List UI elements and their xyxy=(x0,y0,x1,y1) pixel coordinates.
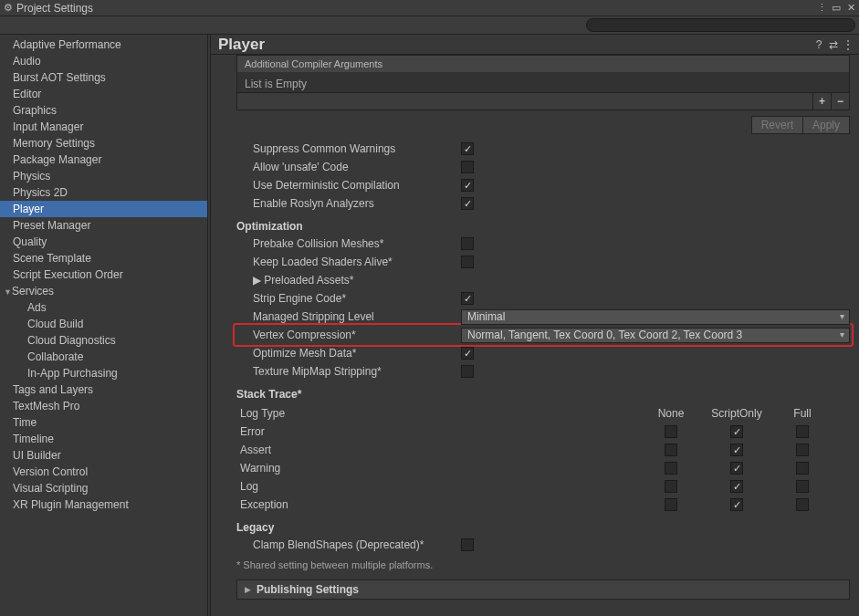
sidebar-item-memory-settings[interactable]: Memory Settings xyxy=(0,135,207,151)
label: Prebake Collision Meshes* xyxy=(236,237,461,250)
checkbox-prebake[interactable] xyxy=(461,237,474,250)
minimize-icon[interactable]: ▭ xyxy=(830,2,843,14)
menu-icon[interactable]: ⋮ xyxy=(815,2,828,14)
sidebar-item-xr-plugin-management[interactable]: XR Plugin Management xyxy=(0,496,207,513)
stack-row-label: Error xyxy=(236,425,638,438)
sidebar-item-ads[interactable]: Ads xyxy=(0,299,207,316)
checkbox-stack-exception-none[interactable] xyxy=(665,498,677,511)
prop-preloaded[interactable]: ▶ Preloaded Assets* xyxy=(236,271,850,289)
sidebar-item-tags-and-layers[interactable]: Tags and Layers xyxy=(0,381,207,398)
sidebar-item-label: Cloud Build xyxy=(27,318,83,330)
checkbox-stack-warning-full[interactable] xyxy=(796,462,809,475)
page-title: Player xyxy=(218,36,812,54)
sidebar-item-collaborate[interactable]: Collaborate xyxy=(0,349,207,365)
sidebar-item-quality[interactable]: Quality xyxy=(0,234,207,250)
sidebar-item-physics[interactable]: Physics xyxy=(0,168,207,184)
sidebar-item-services[interactable]: ▼Services xyxy=(0,283,207,299)
chevron-right-icon: ▶ xyxy=(245,585,251,594)
checkbox-deterministic[interactable] xyxy=(461,179,474,192)
checkbox-stack-error-full[interactable] xyxy=(796,425,809,438)
sidebar-item-label: Audio xyxy=(13,55,41,68)
sidebar-item-label: Time xyxy=(13,416,37,429)
help-icon[interactable]: ? xyxy=(812,38,826,51)
checkbox-stack-log-full[interactable] xyxy=(796,480,809,493)
search-input[interactable] xyxy=(586,18,855,32)
prop-keep-shaders: Keep Loaded Shaders Alive* xyxy=(236,253,850,271)
checkbox-clamp-blendshapes[interactable] xyxy=(461,538,474,551)
col-none: None xyxy=(638,407,704,420)
sidebar-item-scene-template[interactable]: Scene Template xyxy=(0,250,207,266)
checkbox-stack-assert-none[interactable] xyxy=(665,444,677,456)
presets-icon[interactable]: ⇄ xyxy=(826,38,841,51)
sidebar-item-cloud-diagnostics[interactable]: Cloud Diagnostics xyxy=(0,332,207,349)
checkbox-strip-engine[interactable] xyxy=(461,292,474,305)
sidebar-item-time[interactable]: Time xyxy=(0,414,207,431)
col-full: Full xyxy=(770,407,835,420)
revert-button[interactable]: Revert xyxy=(751,116,803,134)
stack-trace-header-row: Log Type None ScriptOnly Full xyxy=(236,404,850,423)
checkbox-stack-warning-none[interactable] xyxy=(665,462,677,475)
sidebar-item-in-app-purchasing[interactable]: In-App Purchasing xyxy=(0,365,207,381)
sidebar-item-package-manager[interactable]: Package Manager xyxy=(0,151,207,168)
checkbox-stack-log-scriptonly[interactable] xyxy=(730,480,743,493)
stack-row-label: Warning xyxy=(236,462,638,475)
prop-prebake: Prebake Collision Meshes* xyxy=(236,235,850,253)
checkbox-stack-log-none[interactable] xyxy=(665,480,677,493)
sidebar-item-version-control[interactable]: Version Control xyxy=(0,464,207,480)
sidebar-item-player[interactable]: Player xyxy=(0,201,207,217)
checkbox-allow-unsafe[interactable] xyxy=(461,161,474,173)
sidebar-item-label: In-App Purchasing xyxy=(27,367,118,380)
sidebar-item-label: Version Control xyxy=(13,465,88,478)
gear-icon: ⚙ xyxy=(4,2,13,14)
sidebar-item-graphics[interactable]: Graphics xyxy=(0,102,207,119)
checkbox-stack-error-none[interactable] xyxy=(665,425,677,438)
checkbox-stack-assert-full[interactable] xyxy=(796,444,809,456)
log-type-header: Log Type xyxy=(236,407,638,420)
label: Enable Roslyn Analyzers xyxy=(236,197,461,210)
checkbox-texture-mipmap[interactable] xyxy=(461,365,474,378)
sidebar-item-burst-aot-settings[interactable]: Burst AOT Settings xyxy=(0,69,207,86)
apply-button[interactable]: Apply xyxy=(803,116,850,134)
sidebar-item-physics-2d[interactable]: Physics 2D xyxy=(0,184,207,201)
sidebar-item-timeline[interactable]: Timeline xyxy=(0,431,207,447)
list-buttons: + − xyxy=(236,93,850,110)
sidebar-item-label: TextMesh Pro xyxy=(13,400,79,412)
sidebar-item-cloud-build[interactable]: Cloud Build xyxy=(0,316,207,332)
checkbox-roslyn[interactable] xyxy=(461,197,474,210)
sidebar-item-label: Adaptive Performance xyxy=(13,38,121,51)
settings-sidebar: Adaptive PerformanceAudioBurst AOT Setti… xyxy=(0,35,207,616)
sidebar-item-input-manager[interactable]: Input Manager xyxy=(0,119,207,135)
col-scriptonly: ScriptOnly xyxy=(704,407,770,420)
toolbar xyxy=(0,16,859,35)
content-area: Player ? ⇄ ⋮ Additional Compiler Argumen… xyxy=(211,35,859,616)
checkbox-keep-shaders[interactable] xyxy=(461,256,474,268)
dropdown-vertex-compression[interactable]: Normal, Tangent, Tex Coord 0, Tex Coord … xyxy=(461,328,850,343)
dropdown-stripping-level[interactable]: Minimal xyxy=(461,309,850,325)
sidebar-item-adaptive-performance[interactable]: Adaptive Performance xyxy=(0,37,207,53)
checkbox-stack-warning-scriptonly[interactable] xyxy=(730,462,743,475)
checkbox-stack-exception-scriptonly[interactable] xyxy=(730,498,743,511)
sidebar-item-preset-manager[interactable]: Preset Manager xyxy=(0,217,207,234)
checkbox-suppress-warnings[interactable] xyxy=(461,142,474,155)
sidebar-item-audio[interactable]: Audio xyxy=(0,53,207,69)
checkbox-stack-exception-full[interactable] xyxy=(796,498,809,511)
sidebar-item-textmesh-pro[interactable]: TextMesh Pro xyxy=(0,398,207,414)
checkbox-stack-assert-scriptonly[interactable] xyxy=(730,444,743,456)
sidebar-item-visual-scripting[interactable]: Visual Scripting xyxy=(0,480,207,496)
add-button[interactable]: + xyxy=(812,93,831,110)
label: Allow 'unsafe' Code xyxy=(236,161,461,173)
sidebar-item-script-execution-order[interactable]: Script Execution Order xyxy=(0,266,207,283)
checkbox-stack-error-scriptonly[interactable] xyxy=(730,425,743,438)
checkbox-optimize-mesh[interactable] xyxy=(461,347,474,360)
sidebar-item-label: Script Execution Order xyxy=(13,268,123,281)
sidebar-item-label: Quality xyxy=(13,235,47,248)
stack-trace-table: Log Type None ScriptOnly Full ErrorAsser… xyxy=(236,404,850,514)
close-icon[interactable]: ✕ xyxy=(844,2,857,14)
menu-icon[interactable]: ⋮ xyxy=(841,38,855,51)
foldout-publishing-settings[interactable]: ▶ Publishing Settings xyxy=(236,579,850,600)
sidebar-item-ui-builder[interactable]: UI Builder xyxy=(0,447,207,464)
sidebar-item-editor[interactable]: Editor xyxy=(0,86,207,102)
stack-row-log: Log xyxy=(236,477,850,496)
remove-button[interactable]: − xyxy=(831,93,849,110)
sidebar-item-label: Cloud Diagnostics xyxy=(27,334,116,347)
